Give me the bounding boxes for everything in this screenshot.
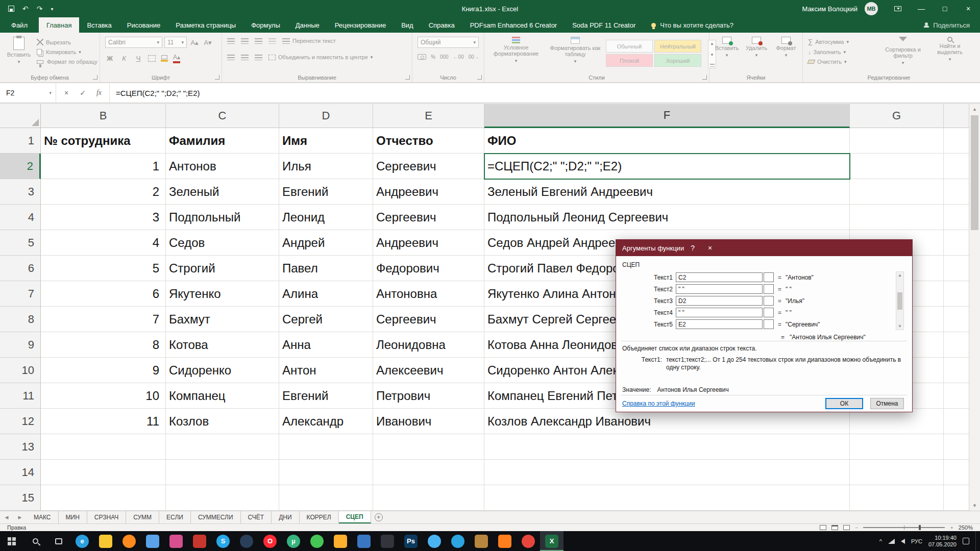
align-middle-icon[interactable] bbox=[241, 38, 249, 44]
row-header[interactable]: 2 bbox=[0, 154, 41, 179]
argument-input[interactable]: " " bbox=[676, 308, 763, 317]
ribbon-tab[interactable]: Формулы bbox=[243, 17, 288, 33]
argument-input[interactable]: D2 bbox=[676, 296, 763, 306]
cell[interactable] bbox=[850, 434, 944, 460]
cell[interactable]: Павел bbox=[279, 256, 373, 281]
cancel-entry-icon[interactable]: × bbox=[58, 89, 75, 97]
cell[interactable]: Фамилия bbox=[166, 128, 279, 154]
cell[interactable]: ФИО bbox=[484, 128, 850, 154]
taskbar-app[interactable]: O bbox=[258, 531, 282, 551]
cell[interactable] bbox=[944, 485, 969, 511]
name-box[interactable]: F2 ▾ bbox=[0, 83, 56, 103]
ribbon-tab[interactable]: Вид bbox=[394, 17, 421, 33]
cell[interactable]: Александр bbox=[279, 409, 373, 434]
cell-style-item[interactable]: Нейтральный bbox=[654, 40, 701, 53]
sheet-tab[interactable]: СУММ bbox=[126, 511, 159, 523]
cell[interactable]: 10 bbox=[41, 383, 166, 409]
dialog-launcher-icon[interactable] bbox=[405, 75, 410, 80]
function-help-link[interactable]: Справка по этой функции bbox=[622, 400, 695, 407]
cell[interactable] bbox=[944, 230, 969, 256]
cell[interactable] bbox=[850, 205, 944, 230]
cell[interactable] bbox=[41, 485, 166, 511]
collapse-dialog-icon[interactable] bbox=[764, 308, 774, 317]
column-header-d[interactable]: D bbox=[279, 104, 373, 128]
dialog-launcher-icon[interactable] bbox=[93, 75, 97, 80]
ribbon-tab[interactable]: Soda PDF 11 Creator bbox=[565, 17, 643, 33]
copy-button[interactable]: Копировать▾ bbox=[37, 49, 97, 55]
align-center-icon[interactable] bbox=[241, 55, 249, 60]
scrollbar-thumb[interactable] bbox=[897, 292, 902, 310]
font-size-select[interactable]: 11▾ bbox=[164, 37, 187, 48]
cell[interactable] bbox=[373, 434, 484, 460]
cell[interactable]: Козлов Александр Иванович bbox=[484, 409, 850, 434]
cell[interactable]: Компанец bbox=[166, 383, 279, 409]
cell[interactable]: Сергеевич bbox=[373, 307, 484, 332]
cell[interactable]: Леонид bbox=[279, 205, 373, 230]
new-sheet-button[interactable]: + bbox=[371, 511, 386, 523]
autosum-button[interactable]: ∑Автосумма▾ bbox=[808, 38, 849, 45]
row-header[interactable]: 4 bbox=[0, 205, 41, 230]
row-header[interactable]: 12 bbox=[0, 409, 41, 434]
taskbar-app[interactable]: e bbox=[70, 531, 94, 551]
save-icon[interactable] bbox=[8, 6, 14, 12]
format-painter-button[interactable]: Формат по образцу bbox=[37, 59, 97, 65]
accounting-format-icon[interactable] bbox=[418, 54, 426, 60]
cell[interactable]: Петрович bbox=[373, 383, 484, 409]
cell[interactable]: Имя bbox=[279, 128, 373, 154]
cell[interactable] bbox=[166, 434, 279, 460]
cell[interactable] bbox=[850, 460, 944, 485]
cell[interactable]: Подпольный Леонид Сергеевич bbox=[484, 205, 850, 230]
collapse-dialog-icon[interactable] bbox=[764, 272, 774, 282]
cell[interactable]: Андреевич bbox=[373, 230, 484, 256]
cell[interactable]: 5 bbox=[41, 256, 166, 281]
row-header[interactable]: 9 bbox=[0, 332, 41, 358]
cell[interactable]: Антонов bbox=[166, 154, 279, 179]
undo-icon[interactable]: ↶ bbox=[22, 5, 29, 13]
cell[interactable] bbox=[944, 256, 969, 281]
customize-qat-icon[interactable]: ▾ bbox=[51, 6, 53, 12]
paste-button[interactable]: Вставить ▾ bbox=[4, 37, 34, 64]
cell[interactable] bbox=[484, 460, 850, 485]
align-bottom-icon[interactable] bbox=[255, 38, 262, 44]
taskbar-app[interactable] bbox=[423, 531, 446, 551]
taskbar-app[interactable] bbox=[446, 531, 470, 551]
italic-button[interactable]: К bbox=[119, 53, 129, 63]
shrink-font-button[interactable]: А▾ bbox=[203, 37, 212, 47]
zoom-in-icon[interactable]: + bbox=[950, 524, 953, 531]
notification-center-icon[interactable] bbox=[963, 538, 969, 544]
cell[interactable]: Иванович bbox=[373, 409, 484, 434]
cell[interactable] bbox=[850, 128, 944, 154]
cell[interactable]: Алина bbox=[279, 281, 373, 307]
sheet-nav-right-icon[interactable]: ▶ bbox=[13, 511, 27, 523]
cell[interactable]: 6 bbox=[41, 281, 166, 307]
cell[interactable]: Андреевич bbox=[373, 179, 484, 205]
ribbon-tab[interactable]: PDFsam Enhanced 6 Creator bbox=[462, 17, 565, 33]
cell[interactable]: 11 bbox=[41, 409, 166, 434]
page-break-view-icon[interactable] bbox=[843, 525, 850, 530]
cell[interactable] bbox=[944, 383, 969, 409]
collapse-dialog-icon[interactable] bbox=[764, 296, 774, 306]
show-desktop-button[interactable] bbox=[975, 531, 978, 551]
taskbar-app[interactable] bbox=[493, 531, 517, 551]
ribbon-tab[interactable]: Рецензирование bbox=[327, 17, 394, 33]
share-button[interactable]: Поделиться bbox=[924, 17, 980, 33]
redo-icon[interactable]: ↷ bbox=[37, 5, 43, 13]
tray-chevron-icon[interactable]: ^ bbox=[879, 538, 882, 544]
row-header[interactable]: 1 bbox=[0, 128, 41, 154]
dialog-help-icon[interactable]: ? bbox=[684, 240, 701, 256]
insert-cells-button[interactable]: Вставить ▾ bbox=[713, 37, 741, 58]
number-format-select[interactable]: Общий▾ bbox=[418, 37, 479, 48]
increase-decimal-icon[interactable]: ←00 bbox=[453, 54, 464, 60]
taskbar-app[interactable] bbox=[141, 531, 164, 551]
scroll-down-icon[interactable]: ▼ bbox=[898, 324, 902, 329]
cell[interactable]: 2 bbox=[41, 179, 166, 205]
taskbar-app[interactable] bbox=[329, 531, 352, 551]
find-select-button[interactable]: Найти и выделить ▾ bbox=[928, 37, 971, 62]
sheet-tab[interactable]: СЧЁТ bbox=[241, 511, 272, 523]
cell[interactable] bbox=[944, 128, 969, 154]
confirm-entry-icon[interactable]: ✓ bbox=[75, 89, 91, 97]
percent-style-icon[interactable]: % bbox=[431, 54, 435, 60]
font-name-select[interactable]: Calibri▾ bbox=[105, 37, 162, 48]
tab-file[interactable]: Файл bbox=[0, 17, 39, 33]
cell[interactable] bbox=[850, 154, 944, 179]
